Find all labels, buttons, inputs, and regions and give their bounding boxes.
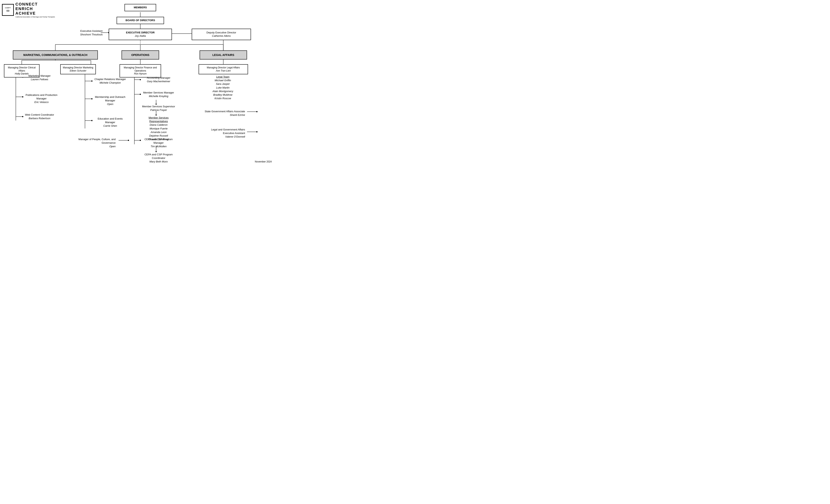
member-svc-rep-3: Amanda Leon	[139, 130, 178, 134]
svg-point-47	[256, 111, 257, 112]
legal-team-label: Legal Team Michael Griffin Sara Jasper L…	[200, 75, 246, 100]
operations-box: OPERATIONS	[122, 51, 159, 60]
exec-asst-label: Executive Assistant Shoshoni Thoulouis	[75, 29, 108, 36]
board-box: BOARD OF DIRECTORS	[117, 17, 164, 24]
edu-events-mgr-label: Education and Events Manager Carrie Shen	[93, 117, 127, 128]
md-finance-box: Managing Director Finance and Operations…	[120, 64, 161, 77]
member-svc-rep-2: Monique Fuerte	[139, 127, 178, 130]
legal-team-title: Legal Team	[200, 75, 246, 78]
member-svc-rep-1: Diana Calderon	[139, 123, 178, 127]
svg-point-32	[140, 79, 141, 80]
cepa-coord-label: CEPA and CSP Program Coordinator Mary Be…	[141, 153, 176, 164]
member-svc-reps-title: Member Services Representatives	[139, 116, 178, 123]
legal-member-5: Bradley Muldrow	[200, 93, 246, 97]
org-chart: MEMBERS BOARD OF DIRECTORS Executive Ass…	[2, 2, 275, 164]
svg-point-21	[22, 116, 23, 117]
deputy-exec-box: Deputy Executive Director Catherine Atki…	[192, 29, 251, 40]
svg-point-28	[91, 120, 93, 121]
svg-point-34	[140, 94, 141, 95]
exec-dir-box: EXECUTIVE DIRECTOR Joy Alafia	[109, 29, 172, 40]
date-note: November 2024	[255, 160, 272, 163]
svg-point-49	[256, 131, 257, 132]
cepa-mgr-label: CEPA and CSP Program Manager Tim McMulle…	[141, 137, 176, 149]
accounting-mgr-label: Accounting Manager Gary Machenheimer	[141, 76, 176, 83]
md-marketing-box: Managing Director Marketing Eileen Schus…	[60, 64, 96, 74]
svg-point-19	[22, 96, 23, 97]
legal-member-6: Kristin Roscoe	[200, 97, 246, 100]
md-legal-box: Managing Director Legal Affairs Ann Tran…	[199, 64, 248, 74]
svg-point-44	[128, 140, 129, 141]
chapter-rel-mgr-label: Chapter Relations Manager Michele Champi…	[93, 77, 127, 85]
member-svc-sup-label: Member Services Supervisor Patricia Fray…	[141, 105, 176, 112]
legal-affairs-box: LEGAL AFFAIRS	[200, 51, 247, 60]
legal-member-3: Luke Martin	[200, 86, 246, 90]
legal-govt-asst-label: Legal and Government Affairs Executive A…	[200, 128, 245, 139]
member-svc-rep-4: Dejahne Russell	[139, 134, 178, 137]
web-coord-label: Web Content Coordinator Barbara Robertso…	[24, 113, 55, 120]
svg-marker-38	[155, 115, 157, 116]
membership-mgr-label: Membership and Outreach Manager Open	[93, 95, 127, 106]
pub-prod-mgr-label: Publications and Production Manager Eric…	[24, 93, 59, 104]
svg-point-24	[91, 81, 93, 82]
mco-box: MARKETING, COMMUNICATIONS, & OUTREACH	[13, 51, 98, 60]
svg-marker-42	[155, 151, 157, 152]
marketing-mgr-label: Marketing Manager Lauren Fellows	[24, 74, 55, 81]
legal-member-4: Alain Montgomery	[200, 90, 246, 93]
legal-member-1: Michael Griffin	[200, 78, 246, 82]
people-culture-mgr-label: Manager of People, Culture, and Governan…	[78, 137, 116, 149]
state-govt-assoc-label: State Government Affairs Associate Shant…	[200, 110, 245, 117]
legal-member-2: Sara Jasper	[200, 82, 246, 86]
svg-point-26	[91, 98, 93, 99]
members-box: MEMBERS	[125, 4, 156, 11]
member-svc-mgr-label: Member Services Manager Michelle Kreylin…	[141, 91, 176, 98]
